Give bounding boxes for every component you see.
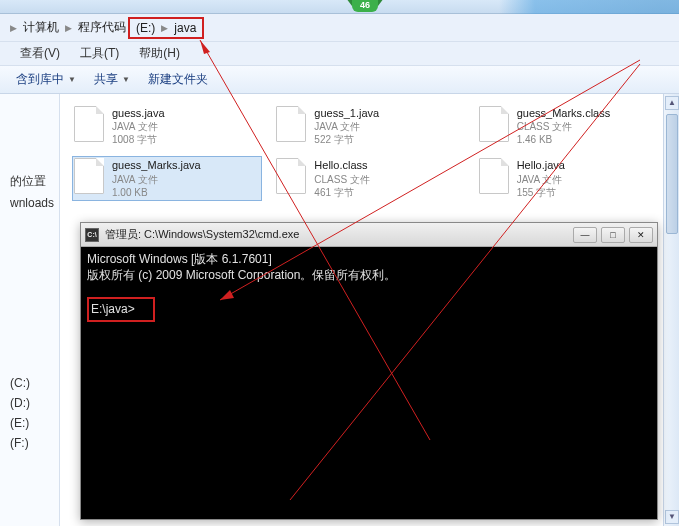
file-size: 155 字节	[517, 186, 565, 199]
scroll-thumb[interactable]	[666, 114, 678, 234]
cmd-line-copyright: 版权所有 (c) 2009 Microsoft Corporation。保留所有…	[87, 267, 651, 283]
cmd-window: C:\ 管理员: C:\Windows\System32\cmd.exe — □…	[80, 222, 658, 520]
file-item[interactable]: Hello.classCLASS 文件461 字节	[274, 156, 464, 200]
sidebar-item-drive-f[interactable]: (F:)	[0, 433, 59, 453]
file-size: 1.46 KB	[517, 133, 611, 146]
file-name: guess_1.java	[314, 106, 379, 120]
maximize-button[interactable]: □	[601, 227, 625, 243]
file-name: Hello.class	[314, 158, 370, 172]
notification-badge[interactable]: 46	[352, 0, 378, 12]
close-button[interactable]: ✕	[629, 227, 653, 243]
caret-down-icon: ▼	[68, 75, 76, 84]
file-item[interactable]: Hello.javaJAVA 文件155 字节	[477, 156, 667, 200]
file-item[interactable]: guess_Marks.javaJAVA 文件1.00 KB	[72, 156, 262, 200]
menu-bar: 查看(V) 工具(T) 帮助(H)	[0, 42, 679, 66]
cmd-titlebar[interactable]: C:\ 管理员: C:\Windows\System32\cmd.exe — □…	[81, 223, 657, 247]
breadcrumb-item-drive-e[interactable]: (E:)	[136, 21, 155, 35]
toolbar-new-folder[interactable]: 新建文件夹	[148, 71, 208, 88]
file-name: guess_Marks.java	[112, 158, 201, 172]
sidebar-item-downloads[interactable]: wnloads	[0, 193, 59, 213]
file-item[interactable]: guess_Marks.classCLASS 文件1.46 KB	[477, 104, 667, 148]
toolbar: 含到库中 ▼ 共享 ▼ 新建文件夹	[0, 66, 679, 94]
sidebar-item-drive-d[interactable]: (D:)	[0, 393, 59, 413]
breadcrumb-item-code[interactable]: 程序代码	[78, 19, 126, 36]
file-type: JAVA 文件	[517, 173, 565, 186]
toolbar-share[interactable]: 共享 ▼	[94, 71, 130, 88]
cmd-line-version: Microsoft Windows [版本 6.1.7601]	[87, 251, 651, 267]
scroll-down-icon[interactable]: ▼	[665, 510, 679, 524]
breadcrumb-item-computer[interactable]: 计算机	[23, 19, 59, 36]
scrollbar-vertical[interactable]: ▲ ▼	[663, 94, 679, 526]
file-type: CLASS 文件	[517, 120, 611, 133]
file-item[interactable]: guess.javaJAVA 文件1008 字节	[72, 104, 262, 148]
file-name: guess.java	[112, 106, 165, 120]
file-icon	[479, 158, 509, 194]
file-icon	[276, 106, 306, 142]
sidebar-item-drive-e[interactable]: (E:)	[0, 413, 59, 433]
sidebar: 的位置 wnloads (C:) (D:) (E:) (F:)	[0, 94, 60, 526]
toolbar-include-label: 含到库中	[16, 71, 64, 88]
chevron-right-icon: ▶	[161, 23, 168, 33]
file-name: Hello.java	[517, 158, 565, 172]
sidebar-item-recent[interactable]: 的位置	[0, 170, 59, 193]
file-icon	[74, 106, 104, 142]
toolbar-share-label: 共享	[94, 71, 118, 88]
file-item[interactable]: guess_1.javaJAVA 文件522 字节	[274, 104, 464, 148]
menu-help[interactable]: 帮助(H)	[139, 45, 180, 62]
file-type: JAVA 文件	[314, 120, 379, 133]
breadcrumb-highlight-box: (E:) ▶ java	[128, 17, 204, 39]
sidebar-item-drive-c[interactable]: (C:)	[0, 373, 59, 393]
cmd-title: 管理员: C:\Windows\System32\cmd.exe	[105, 227, 573, 242]
chevron-right-icon: ▶	[10, 23, 17, 33]
menu-tools[interactable]: 工具(T)	[80, 45, 119, 62]
cmd-prompt-highlight: E:\java>	[87, 297, 155, 321]
breadcrumb: ▶ 计算机 ▶ 程序代码 (E:) ▶ java	[0, 14, 679, 42]
file-size: 1.00 KB	[112, 186, 201, 199]
cmd-body[interactable]: Microsoft Windows [版本 6.1.7601] 版权所有 (c)…	[81, 247, 657, 326]
file-icon	[276, 158, 306, 194]
file-type: CLASS 文件	[314, 173, 370, 186]
tabs-blur-region	[499, 0, 679, 14]
toolbar-newfolder-label: 新建文件夹	[148, 71, 208, 88]
menu-view[interactable]: 查看(V)	[20, 45, 60, 62]
breadcrumb-item-java[interactable]: java	[174, 21, 196, 35]
file-size: 461 字节	[314, 186, 370, 199]
file-name: guess_Marks.class	[517, 106, 611, 120]
file-size: 1008 字节	[112, 133, 165, 146]
cmd-icon: C:\	[85, 228, 99, 242]
chevron-right-icon: ▶	[65, 23, 72, 33]
file-size: 522 字节	[314, 133, 379, 146]
minimize-button[interactable]: —	[573, 227, 597, 243]
file-type: JAVA 文件	[112, 120, 165, 133]
cmd-prompt: E:\java>	[91, 302, 135, 316]
toolbar-include-library[interactable]: 含到库中 ▼	[16, 71, 76, 88]
file-type: JAVA 文件	[112, 173, 201, 186]
caret-down-icon: ▼	[122, 75, 130, 84]
file-icon	[74, 158, 104, 194]
browser-tabs-bar: 46	[0, 0, 679, 14]
file-icon	[479, 106, 509, 142]
scroll-up-icon[interactable]: ▲	[665, 96, 679, 110]
